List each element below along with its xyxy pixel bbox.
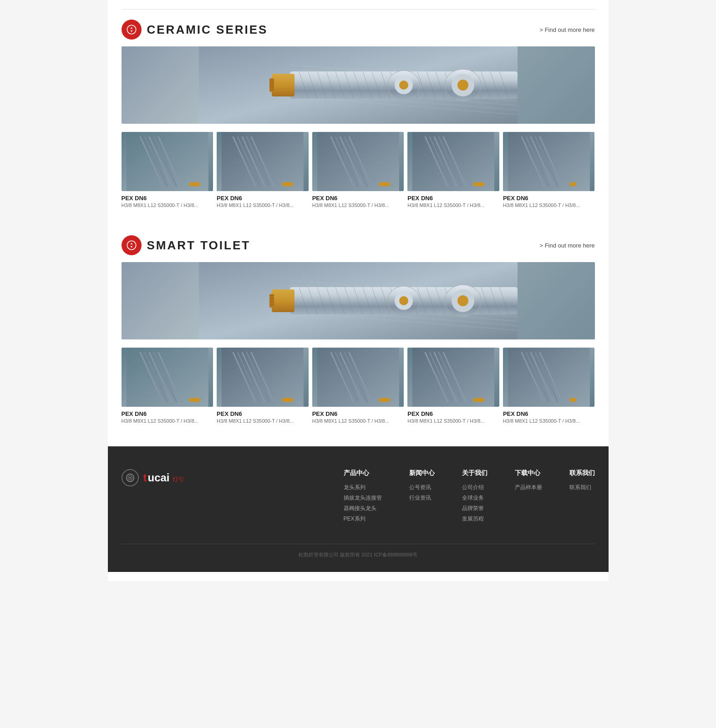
ceramic-icon-svg xyxy=(126,24,137,35)
st-thumb-svg-4 xyxy=(407,348,499,407)
footer: tucai 灯引 产品中心 龙头系列 插拔龙头连接管 器阀接头龙头 PEX系列 xyxy=(108,446,609,572)
svg-rect-35 xyxy=(272,74,295,96)
footer-copyright: 杜凯炘管有限公司 版权所有 2021 ICP备888888888号 xyxy=(299,552,417,557)
svg-rect-167 xyxy=(508,348,590,407)
ceramic-product-4[interactable]: PEX DN6 H3/8 M8X1 L12 S35000-T / H3/8... xyxy=(407,132,499,208)
svg-rect-80 xyxy=(508,132,590,191)
ceramic-product-subtitle-3: H3/8 M8X1 L12 S35000-T / H3/8... xyxy=(312,202,404,208)
smart-toilet-icon-svg xyxy=(126,239,137,251)
ceramic-icon xyxy=(122,20,142,40)
footer-link-wechat-news[interactable]: 公号资讯 xyxy=(409,484,435,491)
st-thumb-svg-1 xyxy=(122,348,213,407)
smart-toilet-thumb-2 xyxy=(217,348,309,407)
svg-point-47 xyxy=(457,80,468,91)
st-product-title-3: PEX DN6 xyxy=(312,410,404,417)
footer-col-about: 关于我们 公司介绍 全球业务 品牌荣誉 发展历程 xyxy=(462,469,487,526)
footer-columns: 产品中心 龙头系列 插拔龙头连接管 器阀接头龙头 PEX系列 新闻中心 公号资讯… xyxy=(222,469,595,526)
footer-link-hose[interactable]: 插拔龙头连接管 xyxy=(344,494,382,502)
footer-logo-chinese-subtitle: 灯引 xyxy=(173,475,184,484)
svg-point-44 xyxy=(399,81,408,90)
smart-toilet-hero-svg xyxy=(122,262,595,339)
ceramic-thumb-svg-3 xyxy=(312,132,404,191)
footer-link-contact-us[interactable]: 联系我们 xyxy=(569,484,595,491)
st-product-subtitle-4: H3/8 M8X1 L12 S35000-T / H3/8... xyxy=(407,418,499,424)
ceramic-thumb-1 xyxy=(122,132,213,191)
st-product-title-2: PEX DN6 xyxy=(217,410,309,417)
st-thumb-svg-2 xyxy=(217,348,309,407)
footer-link-faucet[interactable]: 龙头系列 xyxy=(344,484,382,491)
ceramic-series-title: CERAMIC SERIES xyxy=(147,23,268,37)
ceramic-product-title-5: PEX DN6 xyxy=(503,195,595,202)
ceramic-product-1[interactable]: PEX DN6 H3/8 M8X1 L12 S35000-T / H3/8... xyxy=(122,132,213,208)
ceramic-product-2[interactable]: PEX DN6 H3/8 M8X1 L12 S35000-T / H3/8... xyxy=(217,132,309,208)
footer-col-about-heading: 关于我们 xyxy=(462,469,487,477)
ceramic-product-subtitle-1: H3/8 M8X1 L12 S35000-T / H3/8... xyxy=(122,202,213,208)
footer-logo-red-text: t xyxy=(143,471,147,484)
ceramic-thumb-svg-5 xyxy=(503,132,595,191)
footer-link-history[interactable]: 发展历程 xyxy=(462,515,487,523)
smart-toilet-thumb-5 xyxy=(503,348,595,407)
svg-point-176 xyxy=(129,477,131,479)
footer-logo: tucai 灯引 xyxy=(122,469,194,486)
footer-col-news-heading: 新闻中心 xyxy=(409,469,435,477)
footer-col-downloads: 下载中心 产品样本册 xyxy=(515,469,542,526)
footer-link-industry-news[interactable]: 行业资讯 xyxy=(409,494,435,502)
footer-col-products-heading: 产品中心 xyxy=(344,469,382,477)
svg-point-55 xyxy=(193,182,200,187)
footer-link-company-intro[interactable]: 公司介绍 xyxy=(462,484,487,491)
st-thumb-svg-3 xyxy=(312,348,404,407)
ceramic-thumb-svg-2 xyxy=(217,132,309,191)
smart-toilet-product-grid: PEX DN6 H3/8 M8X1 L12 S35000-T / H3/8... xyxy=(108,343,609,428)
footer-link-global-biz[interactable]: 全球业务 xyxy=(462,494,487,502)
ceramic-product-title-4: PEX DN6 xyxy=(407,195,499,202)
footer-bottom: 杜凯炘管有限公司 版权所有 2021 ICP备888888888号 xyxy=(122,544,595,558)
smart-toilet-section-header: SMART TOILET Find out more here xyxy=(108,231,609,262)
footer-col-contact-heading: 联系我们 xyxy=(569,469,595,477)
footer-top: tucai 灯引 产品中心 龙头系列 插拔龙头连接管 器阀接头龙头 PEX系列 xyxy=(122,469,595,526)
footer-logo-brand: tucai 灯引 xyxy=(143,471,184,484)
footer-link-pex[interactable]: PEX系列 xyxy=(344,515,382,523)
ceramic-thumb-2 xyxy=(217,132,309,191)
footer-col-news: 新闻中心 公号资讯 行业资讯 xyxy=(409,469,435,526)
svg-point-158 xyxy=(383,398,390,402)
top-divider xyxy=(122,9,595,10)
st-product-subtitle-2: H3/8 M8X1 L12 S35000-T / H3/8... xyxy=(217,418,309,424)
footer-logo-icon xyxy=(122,469,139,486)
smart-toilet-thumb-1 xyxy=(122,348,213,407)
smart-toilet-product-4[interactable]: PEX DN6 H3/8 M8X1 L12 S35000-T / H3/8... xyxy=(407,348,499,424)
smart-toilet-title-group: SMART TOILET xyxy=(122,235,251,255)
ceramic-product-title-2: PEX DN6 xyxy=(217,195,309,202)
ceramic-product-3[interactable]: PEX DN6 H3/8 M8X1 L12 S35000-T / H3/8... xyxy=(312,132,404,208)
smart-toilet-hero-visual xyxy=(122,262,595,339)
smart-toilet-hero-image xyxy=(122,262,595,339)
smart-toilet-product-3[interactable]: PEX DN6 H3/8 M8X1 L12 S35000-T / H3/8... xyxy=(312,348,404,424)
ceramic-product-title-1: PEX DN6 xyxy=(122,195,213,202)
svg-point-71 xyxy=(383,182,390,187)
footer-logo-svg xyxy=(125,473,135,483)
svg-point-131 xyxy=(399,296,408,305)
footer-link-angle-valve[interactable]: 器阀接头龙头 xyxy=(344,505,382,512)
svg-point-134 xyxy=(457,295,468,306)
ceramic-thumb-svg-1 xyxy=(122,132,213,191)
ceramic-product-grid: PEX DN6 H3/8 M8X1 L12 S35000-T / H3/8... xyxy=(108,127,609,212)
svg-point-173 xyxy=(569,398,577,402)
svg-rect-122 xyxy=(272,289,295,312)
st-product-subtitle-3: H3/8 M8X1 L12 S35000-T / H3/8... xyxy=(312,418,404,424)
smart-toilet-thumb-4 xyxy=(407,348,499,407)
footer-link-brand-honor[interactable]: 品牌荣誉 xyxy=(462,505,487,512)
smart-toilet-product-1[interactable]: PEX DN6 H3/8 M8X1 L12 S35000-T / H3/8... xyxy=(122,348,213,424)
ceramic-find-more-link[interactable]: Find out more here xyxy=(539,26,594,33)
smart-toilet-product-5[interactable]: PEX DN6 H3/8 M8X1 L12 S35000-T / H3/8... xyxy=(503,348,595,424)
ceramic-product-5[interactable]: PEX DN6 H3/8 M8X1 L12 S35000-T / H3/8... xyxy=(503,132,595,208)
st-thumb-svg-5 xyxy=(503,348,595,407)
svg-point-142 xyxy=(193,398,200,402)
footer-link-catalog[interactable]: 产品样本册 xyxy=(515,484,542,491)
ceramic-thumb-5 xyxy=(503,132,595,191)
ceramic-thumb-svg-4 xyxy=(407,132,499,191)
svg-point-88 xyxy=(130,244,132,246)
smart-toilet-product-2[interactable]: PEX DN6 H3/8 M8X1 L12 S35000-T / H3/8... xyxy=(217,348,309,424)
svg-point-86 xyxy=(569,182,577,187)
svg-point-63 xyxy=(286,182,294,187)
footer-inner: tucai 灯引 产品中心 龙头系列 插拔龙头连接管 器阀接头龙头 PEX系列 xyxy=(122,469,595,558)
smart-toilet-find-more-link[interactable]: Find out more here xyxy=(539,242,594,249)
